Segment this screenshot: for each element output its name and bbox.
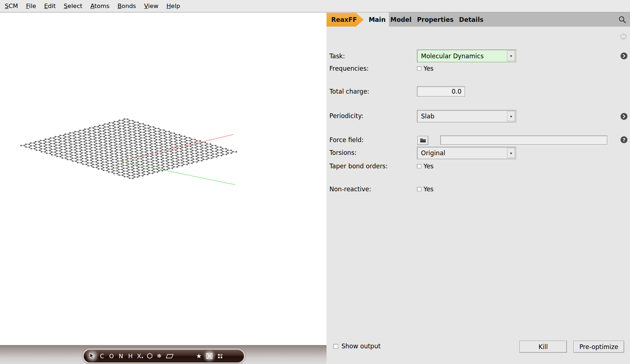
dropdown-arrow-icon[interactable] (507, 51, 515, 61)
periodicity-value: Slab (421, 113, 434, 120)
kill-button[interactable]: Kill (519, 341, 567, 353)
pointer-tool-icon[interactable] (89, 352, 95, 360)
non-reactive-yes-label: Yes (424, 185, 433, 193)
dropdown-arrow-icon[interactable] (507, 148, 515, 158)
favorites-star-icon[interactable]: ★ (196, 352, 202, 360)
menu-atoms[interactable]: Atoms (86, 3, 113, 9)
element-hydrogen-button[interactable]: H (128, 352, 133, 360)
tab-reaxff[interactable]: ReaxFF (326, 13, 364, 27)
input-panel: Model Properties Details ReaxFF Main Tas… (326, 12, 630, 364)
frequencies-checkbox[interactable] (417, 66, 421, 71)
element-nitrogen-button[interactable]: N (118, 352, 124, 360)
taper-bond-orders-label: Taper bond orders: (329, 162, 388, 171)
ring-tool-icon[interactable] (147, 352, 153, 360)
lattice-vector-1-axis (184, 134, 233, 146)
task-value: Molecular Dynamics (421, 52, 484, 60)
non-reactive-label: Non-reactive: (329, 185, 371, 193)
torsions-label: Torsions: (329, 148, 356, 157)
menu-help[interactable]: Help (162, 3, 184, 9)
taper-bond-orders-checkbox[interactable] (417, 164, 421, 168)
cell-tool-icon[interactable] (166, 352, 174, 360)
folder-icon (420, 138, 426, 143)
task-detail-chevron-icon[interactable] (621, 52, 627, 59)
tab-details[interactable]: Details (459, 16, 483, 23)
frequencies-label: Frequencies: (329, 64, 369, 73)
menu-edit[interactable]: Edit (40, 3, 60, 9)
periodicity-dropdown[interactable]: Slab (417, 110, 516, 122)
periodicity-detail-chevron-icon[interactable] (621, 113, 627, 120)
show-output-checkbox[interactable] (333, 344, 338, 349)
force-field-help-icon[interactable]: ? (621, 136, 627, 143)
graphene-sheet (20, 118, 237, 179)
preoptimize-button[interactable]: Pre-optimize (573, 341, 624, 353)
dropdown-arrow-icon[interactable] (507, 111, 515, 121)
menu-select[interactable]: Select (60, 3, 86, 9)
menu-file[interactable]: File (22, 3, 40, 9)
perspective-box-icon[interactable] (206, 352, 213, 360)
force-field-label: Force field: (329, 136, 364, 144)
tab-properties[interactable]: Properties (417, 16, 453, 23)
lattice-vector-1-dashed (121, 146, 184, 161)
menu-scm[interactable]: SCM (1, 3, 22, 9)
search-icon[interactable] (618, 15, 627, 24)
molecule-3d-view[interactable] (0, 13, 326, 364)
menu-bonds[interactable]: Bonds (113, 3, 140, 9)
molecule-viewer[interactable]: C O N H X ❄ ★ (0, 13, 326, 364)
task-dropdown[interactable]: Molecular Dynamics (417, 50, 516, 62)
frequencies-yes-label: Yes (424, 64, 433, 73)
tab-bar-gray-zone: Model Properties Details (389, 12, 630, 27)
element-carbon-button[interactable]: C (99, 352, 105, 360)
view-layout-dots-icon[interactable] (217, 352, 223, 360)
total-charge-label: Total charge: (329, 87, 369, 96)
menu-bar: SCM File Edit Select Atoms Bonds View He… (0, 0, 630, 12)
element-oxygen-button[interactable]: O (109, 352, 114, 360)
total-charge-input[interactable] (417, 86, 465, 97)
force-field-input[interactable] (440, 136, 607, 145)
freeze-tool-icon[interactable]: ❄ (157, 352, 162, 360)
element-x-picker-button[interactable]: X (137, 352, 143, 360)
show-output-label: Show output (341, 342, 380, 351)
periodicity-label: Periodicity: (329, 111, 363, 120)
task-label: Task: (329, 52, 345, 60)
taper-bond-orders-yes-label: Yes (424, 162, 433, 171)
lattice-vector-2-axis (168, 171, 235, 185)
panel-menu-icon[interactable] (620, 33, 627, 40)
non-reactive-checkbox[interactable] (417, 187, 421, 191)
atom-toolbar: C O N H X ❄ ★ (83, 349, 245, 363)
application-window: SCM File Edit Select Atoms Bonds View He… (0, 0, 630, 364)
torsions-dropdown[interactable]: Original (417, 147, 516, 159)
tab-model[interactable]: Model (390, 16, 411, 23)
torsions-value: Original (421, 149, 445, 157)
tab-bar: Model Properties Details ReaxFF Main (326, 12, 630, 27)
menu-view[interactable]: View (140, 3, 162, 9)
tab-main[interactable]: Main (363, 13, 389, 27)
force-field-browse-button[interactable] (417, 136, 428, 145)
